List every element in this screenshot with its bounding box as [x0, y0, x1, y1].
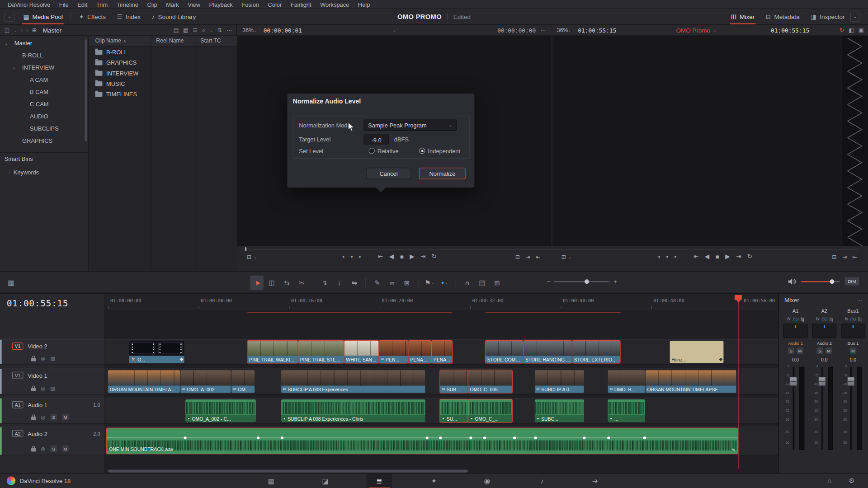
clip-pine-trail-steps[interactable]: PINE TRAIL STEPS: [298, 341, 344, 363]
play-button[interactable]: ▶: [410, 253, 414, 260]
target-level-input[interactable]: -9.0: [363, 135, 389, 145]
play-reverse-button[interactable]: ◀: [389, 253, 394, 260]
source-clip-dropdown[interactable]: ⌄: [392, 28, 396, 33]
settings-gear-icon[interactable]: ⚙: [849, 477, 854, 485]
clip-subclip-a-0[interactable]: ∞SUBCLIP A 0...: [535, 370, 584, 393]
sort-icon[interactable]: ⇅: [217, 27, 222, 33]
lock-icon[interactable]: [31, 417, 36, 420]
menu-item-fusion[interactable]: Fusion: [237, 0, 264, 9]
chevron-down-icon[interactable]: ⌄: [5, 41, 8, 46]
dynamic-trim-tool[interactable]: ⇆: [280, 276, 293, 290]
jump-end-button[interactable]: ⇥: [736, 253, 741, 260]
mark-out-icon[interactable]: ⇤: [852, 254, 857, 260]
jog-position-marker[interactable]: [245, 247, 246, 251]
timeline-timecode[interactable]: 01:00:55:15: [578, 27, 616, 33]
jump-start-button[interactable]: ⇤: [378, 253, 383, 260]
clip-su[interactable]: ●SU...: [440, 399, 467, 422]
chevron-down-icon[interactable]: ⌄: [568, 28, 571, 33]
selection-tool[interactable]: ➤: [250, 276, 263, 290]
play-button[interactable]: ▶: [725, 253, 730, 260]
bin-audio[interactable]: AUDIO: [0, 110, 88, 122]
playhead-line[interactable]: [738, 295, 738, 469]
fx-label[interactable]: fx: [845, 316, 848, 321]
keyframe-dot[interactable]: [643, 436, 646, 439]
grid-view-icon[interactable]: ▦: [183, 27, 189, 33]
clip-pen[interactable]: ∞PEN...: [379, 341, 408, 363]
search-icon[interactable]: ⌕: [202, 27, 205, 33]
list-view-icon[interactable]: ☰: [193, 27, 198, 33]
destination-v1[interactable]: V1: [12, 343, 23, 350]
stop-button[interactable]: ■: [716, 253, 719, 260]
match-frame-icon[interactable]: ⊡: [832, 254, 836, 260]
keyframe-dot[interactable]: [483, 436, 486, 439]
clip-organ-mountain-timelapse[interactable]: ORGAN MOUNTAIN TIMELAPSE: [108, 370, 180, 393]
track-view-icon[interactable]: ▥: [50, 386, 55, 391]
clip-row-b-roll[interactable]: B-ROLL: [89, 47, 237, 57]
clip-store-hanging[interactable]: STORE HANGING ...: [524, 341, 572, 363]
cancel-button[interactable]: Cancel: [366, 168, 411, 179]
zoom-in-icon[interactable]: +: [613, 278, 617, 285]
step-forward-button[interactable]: ▸: [675, 254, 677, 259]
normalization-mode-dropdown[interactable]: Sample Peak Program ⌄: [363, 119, 457, 130]
clip-subclip-a-008-experiences[interactable]: ∞SUBCLIP A 008 Experiences: [281, 370, 425, 393]
menu-item-view[interactable]: View: [184, 0, 205, 9]
keyframe-dot[interactable]: [281, 436, 283, 439]
clip-omo-b[interactable]: ∞OMO_B...: [608, 370, 645, 393]
radio-independent[interactable]: [419, 148, 425, 154]
zoom-out-icon[interactable]: −: [547, 278, 551, 285]
bin-master[interactable]: ⌄Master: [0, 37, 88, 49]
fader-handle[interactable]: [847, 377, 854, 386]
clip-pena[interactable]: PENA...: [409, 341, 431, 363]
linked-selection[interactable]: ∞: [385, 276, 398, 290]
menu-item-file[interactable]: File: [55, 0, 73, 9]
current-frame-button[interactable]: ●: [350, 254, 353, 259]
track-lane-video-2[interactable]: fxO...◆PINE TRAIL WALKI...PINE TRAIL STE…: [105, 339, 778, 365]
jump-end-button[interactable]: ⇥: [420, 253, 425, 260]
pan-control[interactable]: [812, 324, 836, 338]
bin-c-cam[interactable]: C CAM: [0, 98, 88, 110]
timeline-ruler[interactable]: 01:00:00:0001:00:08:0001:00:16:0001:00:2…: [105, 294, 778, 309]
fader-handle[interactable]: [818, 377, 826, 386]
clip-one-min-soundtrack-wav[interactable]: ONE MIN SOUNDTRACK.wav∿: [107, 428, 737, 454]
radio-relative[interactable]: [369, 148, 375, 154]
caption[interactable]: ▤: [476, 276, 489, 290]
timeline-view-options-icon[interactable]: ▥: [8, 278, 14, 286]
clip-omo-a-002-c[interactable]: ●OMO_A_002 - C...: [185, 399, 256, 422]
pan-control[interactable]: [841, 324, 865, 338]
jump-start-button[interactable]: ⇤: [693, 253, 698, 260]
add-bin-icon[interactable]: ⊞: [32, 27, 37, 33]
auto-select-icon[interactable]: ◎: [41, 356, 46, 361]
step-back-button[interactable]: ◂: [342, 254, 344, 259]
chevron-down-icon[interactable]: ⌄: [210, 28, 213, 33]
smart-bins-header[interactable]: Smart Bins: [5, 155, 33, 162]
track-lane-audio-1[interactable]: ●OMO_A_002 - C...●SUBCLIP A 008 Experien…: [105, 398, 778, 424]
clip-sub[interactable]: ∞SUB...: [440, 370, 467, 393]
more-options-icon[interactable]: ⋯: [540, 27, 546, 33]
back-icon[interactable]: ‹: [21, 27, 23, 33]
mute-button[interactable]: M: [826, 347, 832, 354]
metadata-button[interactable]: ⊟ Metadata: [760, 9, 805, 24]
radio-independent-label[interactable]: Independent: [428, 148, 461, 155]
destination-a2[interactable]: A2: [12, 430, 23, 437]
snapping[interactable]: ∩: [461, 276, 474, 290]
match-frame-icon[interactable]: ⊡: [515, 254, 520, 260]
flag[interactable]: ⚑⌄: [423, 276, 436, 290]
clip-o[interactable]: fxO...◆: [129, 341, 184, 363]
menu-item-mark[interactable]: Mark: [161, 0, 183, 9]
clip-row-timelines[interactable]: TIMELINES: [89, 89, 237, 99]
track-lane-video-1[interactable]: ORGAN MOUNTAIN TIMELAPSE∞OMO_A_002∞OMO_C…: [105, 369, 778, 395]
keyframe-dot[interactable]: [469, 436, 472, 439]
auto-select-icon[interactable]: ◎: [41, 446, 46, 451]
menu-item-workspace[interactable]: Workspace: [316, 0, 354, 9]
more-options-icon[interactable]: ⋯: [226, 27, 232, 33]
clip-omo-c[interactable]: ●OMO_C_...: [468, 399, 512, 422]
chevron-down-icon[interactable]: ⌄: [14, 28, 17, 33]
destination-v1[interactable]: V1: [12, 372, 23, 379]
clip-item[interactable]: ●...: [608, 399, 645, 422]
menu-item-playback[interactable]: Playback: [205, 0, 237, 9]
mute-button[interactable]: M: [62, 414, 69, 421]
radio-relative-label[interactable]: Relative: [377, 148, 398, 155]
menu-item-color[interactable]: Color: [264, 0, 286, 9]
lock-icon[interactable]: [31, 388, 36, 391]
index-button[interactable]: ☰ Index: [111, 9, 146, 24]
